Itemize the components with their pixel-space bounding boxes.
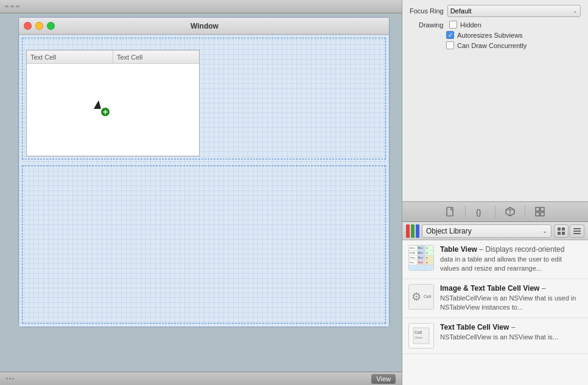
autoresizes-row: Autoresizes Subviews (410, 31, 581, 39)
cursor-plus: + (100, 106, 111, 117)
window-frame: Window Text Cell Text Cell + (18, 17, 390, 327)
can-draw-label: Can Draw Concurrently (457, 42, 527, 49)
cursor-arrow (94, 100, 101, 109)
table-view[interactable]: Text Cell Text Cell + (26, 50, 200, 156)
hidden-label: Hidden (460, 21, 481, 29)
autoresizes-label: Autoresizes Subviews (457, 32, 523, 39)
drawing-label: Drawing (419, 21, 446, 29)
object-library-header: Object Library ⌄ (402, 222, 588, 240)
focus-ring-label: Focus Ring (410, 7, 444, 15)
canvas-area[interactable]: Text Cell Text Cell + (19, 35, 389, 327)
table-view-suffix: – Displays record-oriented (479, 245, 564, 254)
text-cell-text: Text Table Cell View – NSTableCellView i… (440, 323, 582, 342)
table-body: + (27, 64, 199, 156)
view-badge: View (371, 374, 396, 384)
svg-rect-8 (541, 212, 544, 216)
focus-ring-select[interactable]: Default ⌄ (447, 5, 581, 17)
status-bar: View (0, 372, 402, 385)
canvas-panel: Window Text Cell Text Cell + (0, 0, 402, 385)
text-cell-title: Text Table Cell View – (440, 323, 582, 331)
grid-icon-button[interactable] (533, 204, 547, 219)
table-view-desc: data in a table and allows the user to e… (440, 255, 582, 274)
can-draw-checkbox[interactable] (446, 41, 454, 49)
table-header: Text Cell Text Cell (27, 50, 199, 64)
object-library-title: Object Library (426, 227, 472, 235)
grid-view-button[interactable] (554, 224, 569, 238)
cursor-icon: + (94, 100, 112, 119)
inspector-section: Focus Ring Default ⌄ Drawing Hidden Auto… (402, 0, 588, 57)
svg-rect-11 (558, 232, 561, 235)
hidden-checkbox[interactable] (449, 21, 457, 29)
table-view-icon: John Blue ● Kelly Blue ● Chris Blue ● (408, 245, 434, 271)
svg-rect-14 (573, 231, 581, 232)
image-text-cell-title: Image & Text Table Cell View – (440, 284, 582, 293)
image-text-cell-text: Image & Text Table Cell View – NSTableCe… (440, 284, 582, 313)
svg-rect-5 (536, 207, 539, 211)
image-text-cell-icon: ⚙ Cell (408, 284, 434, 310)
table-view-text: Table View – Displays record-oriented da… (440, 245, 582, 274)
image-text-cell-desc: NSTableCellView is an NSView that is use… (440, 294, 582, 313)
top-bar (0, 0, 402, 13)
text-cell-suffix: – (511, 323, 516, 331)
table-header-col1: Text Cell (27, 50, 113, 63)
window-title: Window (25, 22, 384, 30)
autoresizes-checkbox[interactable] (446, 31, 454, 39)
svg-rect-9 (558, 227, 561, 231)
text-cell-desc: NSTableCellView is an NSView that is... (440, 333, 582, 342)
svg-rect-15 (573, 233, 581, 234)
toolbar-separator-2 (495, 206, 495, 218)
svg-rect-0 (447, 207, 453, 216)
can-draw-row: Can Draw Concurrently (410, 41, 581, 49)
chevron-down-icon: ⌄ (573, 8, 578, 14)
top-bar-dots (5, 5, 19, 7)
toolbar-separator-3 (525, 206, 525, 218)
file-icon-button[interactable] (443, 204, 458, 219)
svg-text:View: View (415, 336, 423, 339)
svg-rect-10 (562, 227, 565, 231)
image-text-cell-suffix: – (542, 284, 546, 293)
toolbar-separator-1 (465, 206, 466, 218)
chevron-down-icon: ⌄ (542, 227, 547, 234)
focus-ring-row: Focus Ring Default ⌄ (410, 5, 581, 17)
svg-rect-6 (541, 207, 544, 211)
text-cell-icon: Cell View (408, 323, 434, 349)
status-dots (6, 378, 14, 380)
list-item[interactable]: Cell View Text Table Cell View – NSTable… (402, 318, 588, 354)
code-icon-button[interactable]: {} (473, 204, 488, 219)
list-item[interactable]: ⚙ Cell Image & Text Table Cell View – NS… (402, 279, 588, 318)
svg-text:{}: {} (476, 207, 481, 217)
svg-rect-7 (536, 212, 539, 216)
list-item[interactable]: John Blue ● Kelly Blue ● Chris Blue ● (402, 240, 588, 279)
focus-ring-value: Default (450, 7, 472, 15)
cube-icon-button[interactable] (503, 204, 517, 219)
gear-icon: ⚙ (411, 290, 421, 303)
view-buttons (554, 224, 584, 238)
table-view-title: Table View – Displays record-oriented (440, 245, 582, 254)
inspector-spacer (402, 57, 588, 201)
library-items: John Blue ● Kelly Blue ● Chris Blue ● (402, 240, 588, 385)
svg-rect-12 (562, 232, 565, 235)
bottom-toolbar: {} (402, 201, 588, 222)
selection-bottom (22, 165, 386, 324)
right-panel: Focus Ring Default ⌄ Drawing Hidden Auto… (402, 0, 588, 385)
list-view-button[interactable] (570, 224, 584, 238)
window-titlebar: Window (19, 18, 389, 35)
drawing-row: Drawing Hidden (410, 21, 581, 29)
svg-text:Cell: Cell (415, 330, 422, 335)
table-header-col2: Text Cell (113, 50, 199, 63)
object-library-select[interactable]: Object Library ⌄ (422, 224, 551, 238)
svg-rect-13 (573, 228, 581, 229)
